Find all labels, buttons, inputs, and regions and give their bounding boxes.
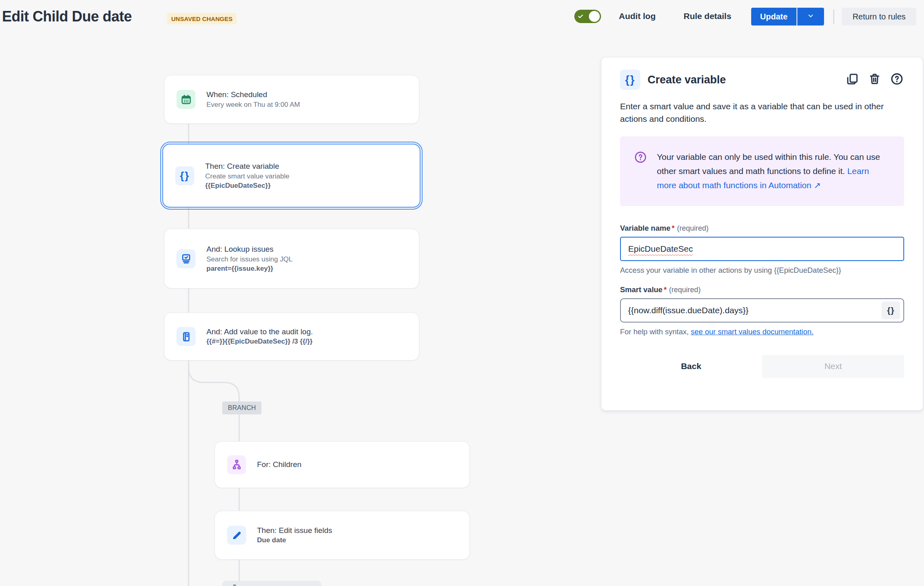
step-code: Due date	[257, 536, 332, 544]
required-text: (required)	[677, 224, 709, 232]
delete-button[interactable]	[867, 72, 882, 87]
step-card-audit-log[interactable]: And: Add value to the audit log. {{#=}}{…	[164, 312, 419, 361]
smart-values-doc-link[interactable]: see our smart values documentation.	[691, 327, 814, 336]
calendar-icon	[176, 90, 195, 109]
info-text: Your variable can only be used within th…	[657, 150, 888, 192]
info-box: Your variable can only be used within th…	[620, 136, 904, 206]
step-title: And: Add value to the audit log.	[206, 327, 313, 336]
step-card-create-variable[interactable]: {} Then: Create variable Create smart va…	[162, 144, 421, 208]
smart-value-helper: For help with syntax, see our smart valu…	[620, 327, 904, 336]
panel-title: Create variable	[648, 74, 845, 86]
help-button[interactable]	[890, 72, 904, 87]
step-code: parent={{issue.key}}	[206, 265, 293, 273]
audit-log-icon	[176, 327, 195, 346]
lookup-issues-icon	[176, 249, 195, 268]
variable-name-input[interactable]: EpicDueDateSec	[620, 237, 904, 261]
step-title: Then: Edit issue fields	[257, 526, 332, 535]
step-subtitle: Search for issues using JQL	[206, 255, 293, 263]
step-title: For: Children	[257, 460, 302, 469]
trash-icon	[868, 72, 881, 87]
step-subtitle: Every week on Thu at 9:00 AM	[206, 101, 300, 109]
help-circle-icon	[634, 151, 647, 192]
selected-step-ring: {} Then: Create variable Create smart va…	[160, 142, 423, 210]
smart-value-text: {{now.diff(issue.dueDate).days}}	[628, 306, 748, 315]
step-code: {{#=}}{{EpicDueDateSec}} /3 {{/}}	[206, 338, 313, 346]
step-card-lookup-issues[interactable]: And: Lookup issues Search for issues usi…	[164, 229, 419, 289]
panel-description: Enter a smart value and save it as a var…	[620, 100, 899, 125]
smart-value-label: Smart value*(required)	[620, 285, 904, 294]
variable-name-value: EpicDueDateSec	[628, 244, 693, 254]
branch-children-icon	[227, 455, 246, 474]
braces-icon: {}	[175, 166, 194, 185]
step-subtitle: Create smart value variable	[205, 172, 289, 180]
edit-pencil-icon	[227, 526, 246, 545]
back-button[interactable]: Back	[620, 361, 762, 371]
step-card-when-scheduled[interactable]: When: Scheduled Every week on Thu at 9:0…	[164, 75, 419, 124]
collapsed-block-icon	[233, 584, 236, 586]
variable-name-label: Variable name*(required)	[620, 224, 904, 233]
step-card-edit-issue-fields[interactable]: Then: Edit issue fields Due date	[215, 511, 470, 560]
step-title: And: Lookup issues	[206, 245, 293, 254]
required-text: (required)	[669, 286, 701, 294]
copy-icon	[846, 72, 859, 87]
braces-badge-icon: {}	[620, 70, 640, 90]
step-title: When: Scheduled	[206, 90, 300, 99]
insert-smart-value-button[interactable]: {}	[882, 301, 900, 319]
automation-rule-editor: Edit Child Due date UNSAVED CHANGES Audi…	[0, 0, 924, 586]
help-icon	[890, 72, 904, 87]
next-button[interactable]: Next	[762, 355, 904, 378]
create-variable-panel: {} Create variable	[601, 57, 923, 410]
step-code: {{EpicDueDateSec}}	[205, 182, 289, 190]
branch-label: BRANCH	[222, 401, 261, 414]
step-title: Then: Create variable	[205, 162, 289, 171]
required-asterisk: *	[671, 224, 674, 232]
duplicate-button[interactable]	[845, 72, 860, 87]
step-card-for-children[interactable]: For: Children	[215, 441, 470, 488]
required-asterisk: *	[664, 285, 667, 294]
collapsed-next-block[interactable]	[222, 581, 321, 586]
smart-value-input[interactable]: {{now.diff(issue.dueDate).days}} {}	[620, 298, 904, 323]
variable-name-helper: Access your variable in other actions by…	[620, 266, 904, 275]
